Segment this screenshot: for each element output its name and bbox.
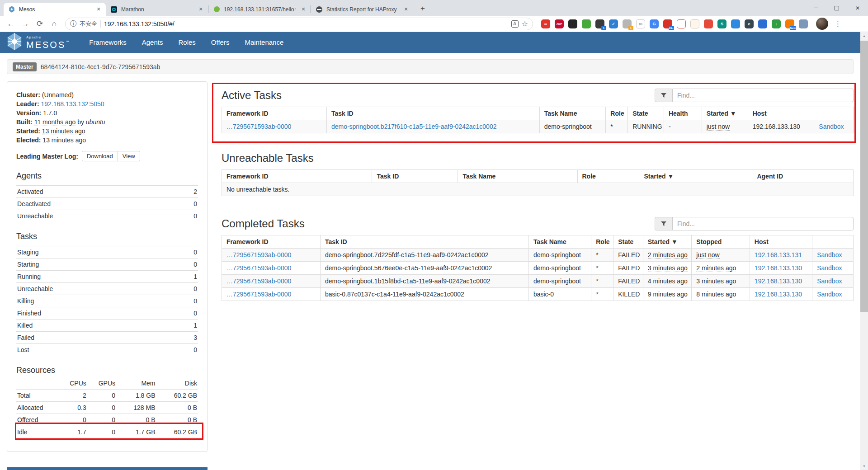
scroll-down-icon[interactable]: ▼ xyxy=(860,462,868,470)
tab-marathon[interactable]: Marathon ✕ xyxy=(106,3,208,16)
extension-icon[interactable] xyxy=(582,19,591,28)
brand-mesos: MESOS xyxy=(26,40,66,50)
security-label: 不安全 xyxy=(80,20,97,28)
completed-tasks-title: Completed Tasks xyxy=(222,217,305,230)
new-tab-button[interactable]: + xyxy=(417,3,429,14)
stat-value: 0 B xyxy=(116,414,156,426)
sandbox-link[interactable]: Sandbox xyxy=(819,123,844,130)
extension-icon[interactable]: e xyxy=(745,19,754,28)
extension-icon[interactable]: ↓ xyxy=(772,19,781,28)
host-link[interactable]: 192.168.133.130 xyxy=(755,291,802,298)
close-icon[interactable]: ✕ xyxy=(300,6,307,13)
nav-item-frameworks[interactable]: Frameworks xyxy=(81,32,134,53)
extension-icon[interactable] xyxy=(758,19,767,28)
page-scrollbar[interactable]: ▲ ▼ xyxy=(860,32,868,470)
active-tasks-table: Framework ID Task ID Task Name Role Stat… xyxy=(222,107,854,133)
browser-window: Mesos ✕ Marathon ✕ 192.168.133.131:31657… xyxy=(0,0,868,470)
host-link[interactable]: 192.168.133.130 xyxy=(755,277,802,285)
sandbox-link[interactable]: Sandbox xyxy=(817,277,842,285)
column-sandbox xyxy=(814,107,854,120)
sandbox-link[interactable]: Sandbox xyxy=(817,291,842,298)
minimize-button[interactable] xyxy=(806,0,826,16)
column-started-sorted[interactable]: Started ▼ xyxy=(639,170,752,183)
nav-item-maintenance[interactable]: Maintenance xyxy=(237,32,291,53)
mesos-logo[interactable]: ApacheMESOS™ xyxy=(7,33,69,52)
tab-mesos[interactable]: Mesos ✕ xyxy=(4,3,106,16)
extension-icon[interactable]: 1 xyxy=(623,19,632,28)
close-icon[interactable]: ✕ xyxy=(402,6,410,13)
extension-icon[interactable]: ∞ xyxy=(541,19,550,28)
scrollbar-thumb[interactable] xyxy=(860,41,868,312)
extension-icon[interactable] xyxy=(690,19,699,28)
cell-started: 4 minutes ago xyxy=(643,275,692,288)
view-log-button[interactable]: View xyxy=(118,151,140,161)
mesos-logo-icon xyxy=(7,33,22,52)
extension-icon[interactable]: 99+ xyxy=(663,19,672,28)
extension-icon[interactable]: ABP xyxy=(555,19,564,28)
stat-label: Killing xyxy=(16,295,175,307)
extension-icon[interactable] xyxy=(799,19,808,28)
cell-task-id: demo-springboot.b217f610-c1a5-11e9-aaf9-… xyxy=(326,120,539,133)
sandbox-link[interactable]: Sandbox xyxy=(817,264,842,272)
completed-tasks-find-input[interactable] xyxy=(673,217,854,230)
leader-link[interactable]: 192.168.133.132:5050 xyxy=(41,100,104,108)
info-icon[interactable]: ⓘ xyxy=(70,20,76,28)
extension-icon[interactable]: ✓ xyxy=(609,19,618,28)
extension-icon[interactable]: 1 xyxy=(595,19,604,28)
table-row: …7295671593ab-0000 demo-springboot.b217f… xyxy=(222,120,854,133)
home-icon[interactable]: ⌂ xyxy=(48,18,61,30)
column-started-sorted[interactable]: Started ▼ xyxy=(702,107,748,120)
filter-icon[interactable] xyxy=(655,89,673,102)
close-icon[interactable]: ✕ xyxy=(197,6,204,13)
table-row: …7295671593ab-0000 demo-springboot.1b15f… xyxy=(222,275,854,288)
framework-link[interactable]: …7295671593ab-0000 xyxy=(226,277,291,285)
extension-icon[interactable]: S xyxy=(717,19,726,28)
active-tasks-find-input[interactable] xyxy=(673,89,854,102)
extension-icon[interactable]: G xyxy=(650,19,659,28)
back-icon[interactable]: ← xyxy=(5,18,17,30)
filter-icon[interactable] xyxy=(655,217,673,230)
url-text[interactable]: 192.168.133.132:5050/#/ xyxy=(104,20,508,28)
extension-icon[interactable] xyxy=(704,19,713,28)
extension-icon[interactable]: (≡) xyxy=(636,19,645,28)
extension-icon[interactable] xyxy=(677,19,686,28)
extension-icon[interactable] xyxy=(731,19,740,28)
extension-icon[interactable] xyxy=(568,19,577,28)
stat-value: 0 B xyxy=(156,402,198,414)
nav-item-roles[interactable]: Roles xyxy=(170,32,203,53)
cell-role: * xyxy=(591,262,613,275)
host-link[interactable]: 192.168.133.131 xyxy=(755,251,802,258)
host-link[interactable]: 192.168.133.130 xyxy=(755,264,802,272)
framework-link[interactable]: …7295671593ab-0000 xyxy=(226,291,291,298)
column-started-sorted[interactable]: Started ▼ xyxy=(643,235,692,249)
nav-item-agents[interactable]: Agents xyxy=(134,32,171,53)
translate-icon[interactable]: A xyxy=(511,20,519,28)
extension-icon[interactable]: New xyxy=(785,19,794,28)
table-row: …7295671593ab-0000 demo-springboot.7d225… xyxy=(222,249,854,262)
forward-icon[interactable]: → xyxy=(19,18,32,30)
cell-state: FAILED xyxy=(613,262,643,275)
nav-item-offers[interactable]: Offers xyxy=(203,32,237,53)
maximize-button[interactable] xyxy=(826,0,847,16)
stat-label: Staging xyxy=(16,246,175,258)
tab-spring-hello[interactable]: 192.168.133.131:31657/hello w ✕ xyxy=(208,3,311,16)
framework-link[interactable]: …7295671593ab-0000 xyxy=(226,123,291,130)
framework-link[interactable]: …7295671593ab-0000 xyxy=(226,264,291,272)
framework-link[interactable]: …7295671593ab-0000 xyxy=(226,251,291,258)
download-log-button[interactable]: Download xyxy=(82,151,118,161)
column-task-name: Task Name xyxy=(539,107,606,120)
close-icon[interactable]: ✕ xyxy=(95,6,102,13)
table-header-row: Framework ID Task ID Task Name Role Stat… xyxy=(222,235,854,249)
cell-started: just now xyxy=(702,120,748,133)
address-bar[interactable]: ⓘ 不安全 192.168.133.132:5050/#/ A ☆ xyxy=(65,18,533,30)
bookmark-star-icon[interactable]: ☆ xyxy=(522,19,528,28)
profile-avatar[interactable] xyxy=(816,18,828,30)
reload-icon[interactable]: ⟳ xyxy=(33,18,46,30)
table-row: Killed1 xyxy=(16,320,198,332)
close-window-button[interactable]: ✕ xyxy=(847,0,868,16)
sandbox-link[interactable]: Sandbox xyxy=(817,251,842,258)
tab-haproxy-stats[interactable]: Statistics Report for HAProxy ✕ xyxy=(311,3,413,16)
browser-menu-icon[interactable]: ⋮ xyxy=(835,20,841,28)
task-link[interactable]: demo-springboot.b217f610-c1a5-11e9-aaf9-… xyxy=(331,123,497,130)
scroll-up-icon[interactable]: ▲ xyxy=(860,32,868,40)
